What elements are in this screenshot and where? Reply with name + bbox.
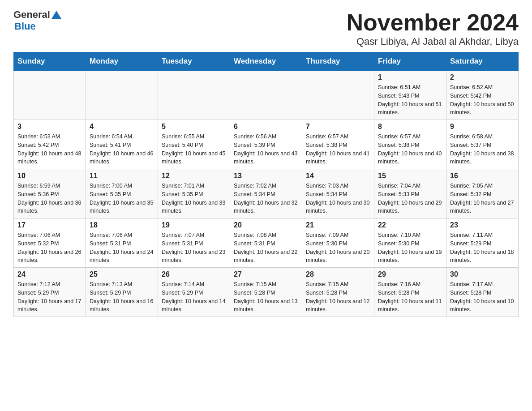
col-tuesday: Tuesday	[158, 52, 230, 71]
day-number: 19	[162, 221, 226, 229]
day-info: Sunrise: 7:03 AMSunset: 5:34 PMDaylight:…	[306, 182, 370, 215]
day-info: Sunrise: 7:11 AMSunset: 5:29 PMDaylight:…	[450, 231, 515, 265]
day-info: Sunrise: 7:15 AMSunset: 5:28 PMDaylight:…	[234, 280, 298, 314]
day-number: 25	[90, 270, 154, 278]
col-wednesday: Wednesday	[230, 52, 302, 71]
table-row: 29Sunrise: 7:16 AMSunset: 5:28 PMDayligh…	[374, 268, 446, 317]
col-thursday: Thursday	[302, 52, 374, 71]
day-info: Sunrise: 7:07 AMSunset: 5:31 PMDaylight:…	[162, 231, 226, 265]
day-number: 21	[306, 221, 370, 229]
day-info: Sunrise: 6:56 AMSunset: 5:39 PMDaylight:…	[234, 133, 298, 166]
table-row: 6Sunrise: 6:56 AMSunset: 5:39 PMDaylight…	[230, 120, 302, 169]
table-row: 14Sunrise: 7:03 AMSunset: 5:34 PMDayligh…	[302, 169, 374, 218]
day-info: Sunrise: 6:57 AMSunset: 5:38 PMDaylight:…	[306, 133, 370, 166]
day-number: 11	[90, 172, 154, 180]
calendar-week-row: 17Sunrise: 7:06 AMSunset: 5:32 PMDayligh…	[14, 218, 519, 268]
table-row	[230, 71, 302, 120]
day-number: 5	[162, 123, 226, 131]
table-row: 18Sunrise: 7:06 AMSunset: 5:31 PMDayligh…	[86, 218, 158, 268]
day-number: 29	[378, 270, 442, 278]
day-info: Sunrise: 7:00 AMSunset: 5:35 PMDaylight:…	[90, 182, 154, 215]
table-row: 5Sunrise: 6:55 AMSunset: 5:40 PMDaylight…	[158, 120, 230, 169]
day-info: Sunrise: 7:08 AMSunset: 5:31 PMDaylight:…	[234, 231, 298, 265]
logo-general-text: General	[13, 9, 50, 21]
day-number: 22	[378, 221, 442, 229]
day-number: 23	[450, 221, 515, 229]
calendar-week-row: 10Sunrise: 6:59 AMSunset: 5:36 PMDayligh…	[14, 169, 519, 218]
table-row: 15Sunrise: 7:04 AMSunset: 5:33 PMDayligh…	[374, 169, 446, 218]
day-info: Sunrise: 7:04 AMSunset: 5:33 PMDaylight:…	[378, 182, 442, 215]
day-number: 20	[234, 221, 298, 229]
table-row: 3Sunrise: 6:53 AMSunset: 5:42 PMDaylight…	[14, 120, 86, 169]
table-row: 30Sunrise: 7:17 AMSunset: 5:28 PMDayligh…	[446, 268, 519, 317]
table-row	[86, 71, 158, 120]
day-number: 1	[378, 73, 442, 81]
title-block: November 2024 Qasr Libiya, Al Jabal al A…	[347, 9, 519, 47]
day-info: Sunrise: 7:15 AMSunset: 5:28 PMDaylight:…	[306, 280, 370, 314]
calendar-header-row: Sunday Monday Tuesday Wednesday Thursday…	[14, 52, 519, 71]
day-info: Sunrise: 7:16 AMSunset: 5:28 PMDaylight:…	[378, 280, 442, 314]
table-row: 10Sunrise: 6:59 AMSunset: 5:36 PMDayligh…	[14, 169, 86, 218]
day-number: 9	[450, 123, 515, 131]
day-info: Sunrise: 6:53 AMSunset: 5:42 PMDaylight:…	[17, 133, 82, 166]
table-row: 22Sunrise: 7:10 AMSunset: 5:30 PMDayligh…	[374, 218, 446, 268]
logo-blue-text: Blue	[14, 21, 36, 32]
table-row: 26Sunrise: 7:14 AMSunset: 5:29 PMDayligh…	[158, 268, 230, 317]
day-number: 15	[378, 172, 442, 180]
col-friday: Friday	[374, 52, 446, 71]
day-info: Sunrise: 7:17 AMSunset: 5:28 PMDaylight:…	[450, 280, 515, 314]
day-number: 2	[450, 73, 515, 81]
day-info: Sunrise: 6:59 AMSunset: 5:36 PMDaylight:…	[17, 182, 82, 215]
day-number: 30	[450, 270, 515, 278]
day-number: 17	[17, 221, 82, 229]
calendar-week-row: 1Sunrise: 6:51 AMSunset: 5:43 PMDaylight…	[14, 71, 519, 120]
table-row: 13Sunrise: 7:02 AMSunset: 5:34 PMDayligh…	[230, 169, 302, 218]
day-info: Sunrise: 6:58 AMSunset: 5:37 PMDaylight:…	[450, 133, 515, 166]
table-row: 7Sunrise: 6:57 AMSunset: 5:38 PMDaylight…	[302, 120, 374, 169]
logo: General Blue	[13, 9, 61, 32]
day-info: Sunrise: 7:01 AMSunset: 5:35 PMDaylight:…	[162, 182, 226, 215]
day-number: 14	[306, 172, 370, 180]
table-row: 8Sunrise: 6:57 AMSunset: 5:38 PMDaylight…	[374, 120, 446, 169]
day-info: Sunrise: 6:52 AMSunset: 5:42 PMDaylight:…	[450, 83, 515, 117]
day-number: 24	[17, 270, 82, 278]
day-info: Sunrise: 7:05 AMSunset: 5:32 PMDaylight:…	[450, 182, 515, 215]
table-row	[158, 71, 230, 120]
table-row: 12Sunrise: 7:01 AMSunset: 5:35 PMDayligh…	[158, 169, 230, 218]
calendar-week-row: 3Sunrise: 6:53 AMSunset: 5:42 PMDaylight…	[14, 120, 519, 169]
col-sunday: Sunday	[14, 52, 86, 71]
table-row: 21Sunrise: 7:09 AMSunset: 5:30 PMDayligh…	[302, 218, 374, 268]
day-number: 13	[234, 172, 298, 180]
table-row	[14, 71, 86, 120]
day-info: Sunrise: 7:10 AMSunset: 5:30 PMDaylight:…	[378, 231, 442, 265]
table-row: 25Sunrise: 7:13 AMSunset: 5:29 PMDayligh…	[86, 268, 158, 317]
table-row: 19Sunrise: 7:07 AMSunset: 5:31 PMDayligh…	[158, 218, 230, 268]
day-number: 26	[162, 270, 226, 278]
table-row: 27Sunrise: 7:15 AMSunset: 5:28 PMDayligh…	[230, 268, 302, 317]
page-subtitle: Qasr Libiya, Al Jabal al Akhdar, Libya	[347, 36, 519, 47]
day-info: Sunrise: 7:12 AMSunset: 5:29 PMDaylight:…	[17, 280, 82, 314]
day-info: Sunrise: 6:55 AMSunset: 5:40 PMDaylight:…	[162, 133, 226, 166]
day-number: 12	[162, 172, 226, 180]
day-number: 27	[234, 270, 298, 278]
table-row: 16Sunrise: 7:05 AMSunset: 5:32 PMDayligh…	[446, 169, 519, 218]
table-row: 17Sunrise: 7:06 AMSunset: 5:32 PMDayligh…	[14, 218, 86, 268]
day-number: 28	[306, 270, 370, 278]
day-number: 8	[378, 123, 442, 131]
day-number: 6	[234, 123, 298, 131]
table-row: 20Sunrise: 7:08 AMSunset: 5:31 PMDayligh…	[230, 218, 302, 268]
day-info: Sunrise: 6:54 AMSunset: 5:41 PMDaylight:…	[90, 133, 154, 166]
col-saturday: Saturday	[446, 52, 519, 71]
day-info: Sunrise: 7:06 AMSunset: 5:32 PMDaylight:…	[17, 231, 82, 265]
logo-triangle-icon	[51, 10, 61, 20]
day-info: Sunrise: 7:06 AMSunset: 5:31 PMDaylight:…	[90, 231, 154, 265]
day-number: 4	[90, 123, 154, 131]
day-info: Sunrise: 6:51 AMSunset: 5:43 PMDaylight:…	[378, 83, 442, 117]
day-number: 10	[17, 172, 82, 180]
table-row	[302, 71, 374, 120]
day-number: 16	[450, 172, 515, 180]
day-number: 3	[17, 123, 82, 131]
table-row: 24Sunrise: 7:12 AMSunset: 5:29 PMDayligh…	[14, 268, 86, 317]
col-monday: Monday	[86, 52, 158, 71]
table-row: 4Sunrise: 6:54 AMSunset: 5:41 PMDaylight…	[86, 120, 158, 169]
